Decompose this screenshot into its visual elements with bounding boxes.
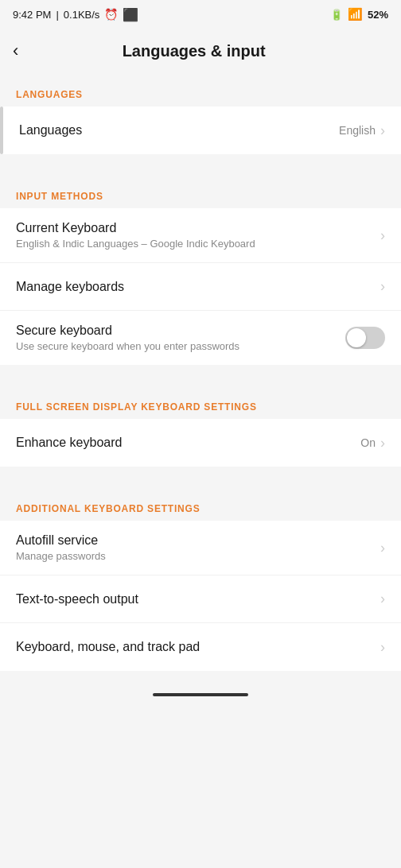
secure-keyboard-toggle[interactable] bbox=[345, 327, 385, 349]
secure-keyboard-item[interactable]: Secure keyboard Use secure keyboard when… bbox=[0, 311, 401, 365]
tts-output-chevron-icon: › bbox=[380, 591, 385, 607]
languages-current-value: English bbox=[339, 124, 376, 137]
home-indicator bbox=[153, 693, 248, 696]
languages-item-left: Languages bbox=[19, 123, 339, 138]
alarm-icon: ⏰ bbox=[104, 8, 118, 21]
input-methods-section: INPUT METHODS Current Keyboard English &… bbox=[0, 175, 401, 365]
keyboard-mouse-title: Keyboard, mouse, and track pad bbox=[16, 640, 380, 654]
current-keyboard-item[interactable]: Current Keyboard English & Indic Languag… bbox=[0, 208, 401, 263]
time-display: 9:42 PM bbox=[13, 9, 51, 21]
divider-1 bbox=[0, 156, 401, 175]
battery-display: 52% bbox=[368, 9, 388, 21]
autofill-service-subtitle: Manage passwords bbox=[16, 550, 380, 562]
left-accent-bar bbox=[0, 107, 3, 154]
fullscreen-section-label: FULL SCREEN DISPLAY KEYBOARD SETTINGS bbox=[0, 386, 401, 419]
languages-item[interactable]: Languages English › bbox=[0, 107, 401, 154]
additional-section: ADDITIONAL KEYBOARD SETTINGS Autofill se… bbox=[0, 487, 401, 671]
bottom-area bbox=[0, 672, 401, 711]
autofill-service-item[interactable]: Autofill service Manage passwords › bbox=[0, 521, 401, 575]
autofill-service-title: Autofill service bbox=[16, 533, 380, 548]
input-methods-label: INPUT METHODS bbox=[0, 175, 401, 208]
manage-keyboards-chevron-icon: › bbox=[380, 278, 385, 295]
current-keyboard-title: Current Keyboard bbox=[16, 221, 380, 235]
content-area: LANGUAGES Languages English › INPUT METH… bbox=[0, 73, 401, 671]
page-title: Languages & input bbox=[25, 42, 363, 60]
secure-keyboard-subtitle: Use secure keyboard when you enter passw… bbox=[16, 340, 345, 352]
autofill-service-chevron-icon: › bbox=[380, 540, 385, 556]
status-bar: 9:42 PM | 0.1KB/s ⏰ ⬛ 🔋 📶 52% bbox=[0, 0, 401, 29]
network-speed-value: 0.1KB/s bbox=[64, 9, 100, 21]
languages-section-label: LANGUAGES bbox=[0, 73, 401, 107]
keyboard-mouse-chevron-icon: › bbox=[380, 639, 385, 656]
current-keyboard-chevron-icon: › bbox=[380, 227, 385, 244]
status-left: 9:42 PM | 0.1KB/s ⏰ ⬛ bbox=[13, 7, 138, 22]
wifi-icon: 📶 bbox=[348, 7, 363, 21]
fullscreen-card: Enhance keyboard On › bbox=[0, 419, 401, 467]
languages-card: Languages English › bbox=[0, 107, 401, 154]
enhance-keyboard-item[interactable]: Enhance keyboard On › bbox=[0, 419, 401, 467]
tts-output-title: Text-to-speech output bbox=[16, 592, 380, 606]
current-keyboard-subtitle: English & Indic Languages – Google Indic… bbox=[16, 238, 380, 250]
additional-card: Autofill service Manage passwords › Text… bbox=[0, 521, 401, 671]
divider-3 bbox=[0, 468, 401, 487]
enhance-keyboard-title: Enhance keyboard bbox=[16, 436, 360, 450]
secure-keyboard-title: Secure keyboard bbox=[16, 324, 345, 338]
additional-section-label: ADDITIONAL KEYBOARD SETTINGS bbox=[0, 487, 401, 521]
battery-x-icon: 🔋 bbox=[330, 9, 343, 21]
keyboard-mouse-item[interactable]: Keyboard, mouse, and track pad › bbox=[0, 623, 401, 671]
page-header: ‹ Languages & input bbox=[0, 29, 401, 73]
recording-icon: ⬛ bbox=[123, 7, 138, 22]
network-speed: | bbox=[56, 9, 58, 21]
languages-section: LANGUAGES Languages English › bbox=[0, 73, 401, 154]
input-methods-card: Current Keyboard English & Indic Languag… bbox=[0, 208, 401, 365]
fullscreen-section: FULL SCREEN DISPLAY KEYBOARD SETTINGS En… bbox=[0, 386, 401, 467]
languages-item-right: English › bbox=[339, 122, 385, 139]
languages-chevron-icon: › bbox=[380, 122, 385, 139]
manage-keyboards-title: Manage keyboards bbox=[16, 280, 380, 294]
languages-item-title: Languages bbox=[19, 123, 339, 138]
manage-keyboards-item[interactable]: Manage keyboards › bbox=[0, 263, 401, 311]
status-right: 🔋 📶 52% bbox=[330, 7, 388, 21]
enhance-keyboard-value: On bbox=[360, 436, 376, 449]
divider-2 bbox=[0, 366, 401, 386]
tts-output-item[interactable]: Text-to-speech output › bbox=[0, 575, 401, 623]
back-button[interactable]: ‹ bbox=[13, 37, 25, 64]
enhance-keyboard-chevron-icon: › bbox=[380, 435, 385, 451]
